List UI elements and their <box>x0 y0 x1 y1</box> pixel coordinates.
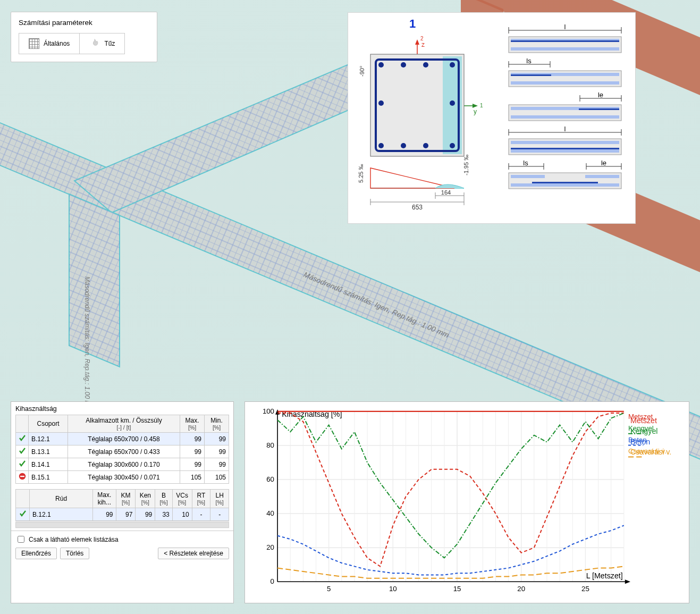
util-title: Kihasználtság <box>15 405 229 413</box>
svg-point-27 <box>450 143 455 148</box>
btn-check[interactable]: Ellenőrzés <box>15 548 57 559</box>
svg-rect-68 <box>511 141 619 144</box>
svg-text:100: 100 <box>263 407 274 415</box>
svg-point-25 <box>401 143 406 148</box>
svg-text:653: 653 <box>412 204 423 211</box>
svg-rect-70 <box>511 148 619 149</box>
svg-text:ls: ls <box>526 57 532 65</box>
svg-text:40: 40 <box>266 509 274 517</box>
svg-marker-8 <box>415 39 419 45</box>
col-rt[interactable]: RT[%] <box>192 490 210 508</box>
svg-text:25: 25 <box>581 585 589 593</box>
svg-text:l: l <box>564 125 566 133</box>
col-maxk[interactable]: Max. kih... <box>93 490 116 508</box>
svg-text:ls: ls <box>523 159 528 167</box>
col-b[interactable]: B[%] <box>155 490 173 508</box>
col-lh[interactable]: LH[%] <box>210 490 229 508</box>
svg-text:2: 2 <box>420 36 424 41</box>
rebar-schema-le: le <box>502 90 628 124</box>
chk-label: Csak a látható elemek listázása <box>29 536 119 543</box>
rebar-schema-ls: ls <box>502 56 628 90</box>
svg-text:-90°: -90° <box>359 66 365 77</box>
svg-rect-85 <box>20 476 24 477</box>
svg-text:Kengyel: Kengyel <box>630 427 657 435</box>
svg-text:le: le <box>601 159 606 167</box>
svg-text:-1.95 ‰: -1.95 ‰ <box>463 155 469 175</box>
checkbox[interactable] <box>18 536 24 543</box>
svg-rect-62 <box>511 115 619 119</box>
btn-delete[interactable]: Törlés <box>60 548 89 559</box>
table-row[interactable]: B.13.1Téglalap 650x700 / 0.4339999 <box>16 445 229 458</box>
bars-table[interactable]: Rúd Max. kih... KM[%] Ken[%] B[%] VCs[%]… <box>15 489 229 521</box>
svg-point-21 <box>450 62 455 68</box>
svg-rect-80 <box>511 175 545 178</box>
btn-details[interactable]: < Részletek elrejtése <box>158 548 229 559</box>
section-panel: 1 z 2 y 1 -90° 5.25 ‰ -1.95 ‰ <box>348 13 635 223</box>
col-bar[interactable]: Rúd <box>30 490 93 508</box>
col-min[interactable]: Min.[%] <box>205 415 229 433</box>
overlay-note: Másodrendű számítás: Igen, Rep.tág.: 1.0… <box>83 276 91 411</box>
svg-text:1: 1 <box>480 103 483 108</box>
col-km[interactable]: KM[%] <box>116 490 136 508</box>
col-vcs[interactable]: VCs[%] <box>172 490 192 508</box>
flame-icon <box>89 38 100 49</box>
params-panel: Számítási paraméterek Általános Tűz <box>11 12 157 62</box>
tab-label: Általános <box>44 40 70 47</box>
svg-text:80: 80 <box>266 441 274 449</box>
svg-text:164: 164 <box>441 189 451 196</box>
svg-marker-5 <box>69 194 120 367</box>
table-row[interactable]: B.12.1Téglalap 650x700 / 0.4589999 <box>16 433 229 445</box>
table-row[interactable]: B.12.19997993310-- <box>16 508 229 521</box>
svg-marker-139 <box>625 579 630 584</box>
svg-text:Csavarási v.: Csavarási v. <box>630 448 671 457</box>
svg-rect-54 <box>511 81 619 85</box>
svg-text:l: l <box>564 23 566 31</box>
svg-rect-61 <box>579 108 619 110</box>
svg-point-20 <box>423 62 428 68</box>
col-max[interactable]: Max.[%] <box>180 415 205 433</box>
svg-text:le: le <box>598 91 603 99</box>
svg-rect-82 <box>511 183 619 187</box>
tab-fire[interactable]: Tűz <box>79 33 125 54</box>
svg-text:Metszet: Metszet <box>630 416 657 425</box>
svg-text:L [Metszet]: L [Metszet] <box>586 571 623 580</box>
svg-text:5.25 ‰: 5.25 ‰ <box>358 164 364 183</box>
svg-text:20: 20 <box>517 585 525 593</box>
svg-text:20: 20 <box>266 543 274 551</box>
svg-text:0: 0 <box>271 577 274 585</box>
svg-rect-81 <box>585 175 619 178</box>
rebar-schema-l: l <box>502 22 628 56</box>
svg-rect-69 <box>511 149 619 153</box>
svg-rect-46 <box>511 47 619 51</box>
svg-point-22 <box>378 100 384 106</box>
svg-point-23 <box>450 100 455 106</box>
svg-text:60: 60 <box>266 475 274 483</box>
svg-text:z: z <box>421 41 425 48</box>
svg-rect-53 <box>511 74 551 76</box>
table-row[interactable]: B.15.1Téglalap 300x450 / 0.071105105 <box>16 471 229 484</box>
groups-table[interactable]: Csoport Alkalmazott km. / Összsúly[-] / … <box>15 415 229 484</box>
svg-text:15: 15 <box>453 585 461 593</box>
svg-text:y: y <box>474 108 477 115</box>
tab-label: Tűz <box>104 40 115 47</box>
svg-point-26 <box>423 143 428 148</box>
hscrollbar[interactable] <box>15 521 229 528</box>
svg-marker-12 <box>473 104 478 108</box>
col-ken[interactable]: Ken[%] <box>136 490 155 508</box>
col-applied[interactable]: Alkalmazott km. / Összsúly[-] / [t] <box>68 415 180 433</box>
svg-text:10: 10 <box>389 585 397 593</box>
table-row[interactable]: B.14.1Téglalap 300x600 / 0.1709999 <box>16 458 229 471</box>
svg-text:Beton: Beton <box>630 438 650 446</box>
svg-text:1: 1 <box>409 17 416 30</box>
params-title: Számítási paraméterek <box>19 19 149 27</box>
utilization-panel: Kihasználtság Csoport Alkalmazott km. / … <box>11 401 234 603</box>
col-group[interactable]: Csoport <box>29 415 68 433</box>
svg-text:5: 5 <box>327 585 331 593</box>
chk-only-visible[interactable]: Csak a látható elemek listázása <box>15 534 229 544</box>
rebar-schema-lsle: ls le <box>502 158 628 192</box>
chart-svg: 020406080100510152025Kihasználtság [%]L … <box>245 402 689 603</box>
svg-point-19 <box>401 62 406 68</box>
svg-point-24 <box>378 143 384 148</box>
tab-general[interactable]: Általános <box>19 33 79 54</box>
svg-rect-83 <box>532 182 598 183</box>
